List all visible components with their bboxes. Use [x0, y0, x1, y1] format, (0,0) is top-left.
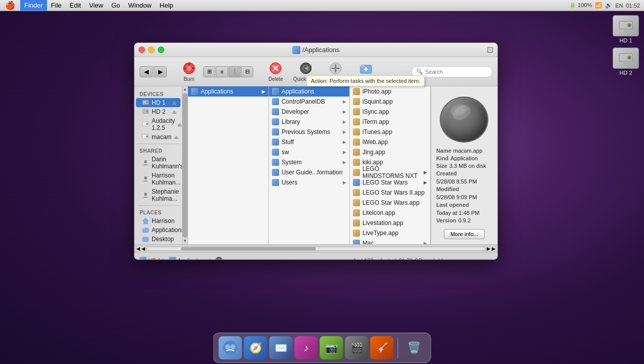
sidebar-scroll-down[interactable]: ▼: [183, 239, 187, 243]
col1-applications[interactable]: Applications ▶: [188, 86, 268, 97]
sidebar-item-stephanie[interactable]: Stephanie Kuhlma...: [136, 187, 180, 203]
col2-previous-systems[interactable]: Previous Systems ▶: [269, 127, 349, 137]
col3-livestation[interactable]: Livestation.app: [350, 218, 430, 228]
col2-developer[interactable]: Developer ▶: [269, 107, 349, 117]
sidebar-item-macam[interactable]: macam ⏏: [136, 132, 180, 142]
macam-eject[interactable]: ⏏: [174, 134, 178, 140]
menubar-input: EN: [615, 3, 623, 9]
svg-rect-21: [360, 65, 364, 67]
dock-mail[interactable]: ✉️: [269, 336, 293, 359]
maximize-button[interactable]: [158, 47, 164, 53]
hd2-eject[interactable]: ⏏: [172, 109, 176, 115]
sidebar-scroll-thumb[interactable]: [182, 93, 188, 238]
col3-lego-star-wars-app[interactable]: LEGO Star Wars.app: [350, 198, 430, 208]
col2-stuff[interactable]: Stuff ▶: [269, 137, 349, 147]
col2-sw-icon: [272, 149, 279, 156]
col3-litelcon[interactable]: Litelcon.app: [350, 208, 430, 218]
dock-safari[interactable]: 🧭: [244, 336, 267, 359]
forward-button[interactable]: ▶: [154, 66, 167, 77]
sidebar-item-harrison[interactable]: Harrison: [136, 216, 180, 225]
breadcrumb-macam[interactable]: macam.app: [215, 257, 253, 260]
list-view-btn[interactable]: ≡: [216, 66, 228, 77]
sidebar-item-harrison-shared[interactable]: Harrison Kuhlman...: [136, 171, 180, 187]
sidebar-item-applications-places[interactable]: Applications: [136, 225, 180, 235]
col2-userguide[interactable]: User Guide...formation: [269, 167, 349, 177]
col3-isquint[interactable]: iSquint.app: [350, 97, 430, 107]
hscroll-thumb[interactable]: [181, 247, 316, 250]
hscroll-track: [147, 247, 485, 251]
col3-jing[interactable]: Jing.app: [350, 147, 430, 157]
col3-isync[interactable]: iSync.app: [350, 107, 430, 117]
col2-library[interactable]: Library ▶: [269, 117, 349, 127]
col2-users[interactable]: Users ▶: [269, 177, 349, 188]
delete-button[interactable]: Delete: [265, 60, 286, 83]
col3-iweb[interactable]: iWeb.app: [350, 137, 430, 147]
sidebar-scroll-up[interactable]: ▲: [183, 87, 187, 92]
column-view-btn[interactable]: ⋮: [228, 66, 241, 77]
hd1-icon[interactable]: HD 1: [613, 15, 639, 43]
hscroll-left2[interactable]: ◀: [142, 246, 145, 251]
audacity-eject[interactable]: ⏏: [177, 122, 182, 127]
col2-sw-label: sw: [282, 149, 289, 156]
col2-controlpanel[interactable]: ControlPanelDB ▶: [269, 97, 349, 107]
hd1-eject[interactable]: ⏏: [172, 100, 176, 106]
more-info-button[interactable]: More info...: [444, 229, 485, 239]
col3-iphoto[interactable]: iPhoto.app: [350, 86, 430, 97]
breadcrumb-applications-label: Applications: [177, 257, 207, 260]
col3-itunes[interactable]: iTunes.app: [350, 127, 430, 137]
darin-icon: [142, 159, 149, 166]
svg-rect-25: [143, 104, 149, 105]
apple-menu[interactable]: 🍎: [0, 1, 20, 10]
col2-sw[interactable]: sw ▶: [269, 147, 349, 157]
sidebar-item-documents[interactable]: Documents: [136, 244, 180, 244]
content-area: DEVICES HD 1 ⏏ HD 2 ⏏ Audacity 1.2.: [134, 86, 497, 244]
breadcrumb-hd1[interactable]: HD 1: [140, 257, 161, 260]
close-button[interactable]: [139, 47, 145, 53]
window-title: /Applications: [292, 46, 340, 54]
col3-lego-star-wars-ii[interactable]: LEGO Star Wars II.app: [350, 188, 430, 198]
sidebar-item-desktop[interactable]: Desktop: [136, 235, 180, 244]
coverflow-view-btn[interactable]: ⊟: [241, 66, 253, 77]
harrison-icon: [142, 217, 149, 224]
search-input[interactable]: [425, 69, 488, 75]
menubar-edit[interactable]: Edit: [66, 0, 85, 11]
col2-applications[interactable]: Applications: [269, 86, 349, 97]
menubar-view[interactable]: View: [85, 0, 107, 11]
col3-livetype[interactable]: LiveType.app: [350, 228, 430, 238]
icon-view-btn[interactable]: ⊞: [203, 66, 215, 77]
hscroll-right2[interactable]: ▶: [492, 246, 495, 251]
col2-sw-chevron: ▶: [343, 150, 346, 155]
col3-livestation-label: Livestation.app: [362, 219, 403, 226]
sidebar-item-hd2[interactable]: HD 2 ⏏: [136, 107, 180, 116]
menubar-finder[interactable]: Finder: [20, 0, 47, 11]
hscroll-left[interactable]: ◀: [136, 246, 140, 251]
menubar-file[interactable]: File: [47, 0, 66, 11]
menubar-help[interactable]: Help: [156, 0, 177, 11]
sidebar-item-audacity[interactable]: Audacity 1.2.5 ⏏: [136, 116, 180, 132]
dock-finder[interactable]: [219, 336, 242, 359]
dock-imovie[interactable]: 🎬: [345, 336, 369, 359]
hscroll-right[interactable]: ▶: [487, 246, 490, 251]
dock-itunes[interactable]: ♪: [295, 336, 318, 359]
dock-garageband[interactable]: 🎸: [371, 336, 394, 359]
breadcrumb-applications[interactable]: Applications: [169, 257, 207, 260]
desktop-icon: [142, 236, 149, 243]
menubar-window[interactable]: Window: [124, 0, 156, 11]
burn-button[interactable]: Burn: [179, 60, 199, 83]
sidebar-item-darin[interactable]: Darin Kuhlmann's...: [136, 155, 180, 171]
dock-trash[interactable]: 🗑️: [402, 336, 426, 359]
sidebar-item-hd1[interactable]: HD 1 ⏏: [136, 98, 180, 107]
svg-point-31: [146, 123, 148, 125]
col2-userguide-icon: [272, 169, 279, 176]
back-button[interactable]: ◀: [140, 66, 153, 77]
hd2-icon[interactable]: HD 2: [613, 48, 639, 76]
col3-mac[interactable]: Mac ▶: [350, 238, 430, 244]
resize-handle[interactable]: ⊡: [487, 45, 493, 55]
menubar-go[interactable]: Go: [107, 0, 124, 11]
minimize-button[interactable]: [148, 47, 155, 53]
col3-iterm[interactable]: iTerm.app: [350, 117, 430, 127]
col3-lego-mindstorms[interactable]: LEGO MINDSTORMS NXT ▶: [350, 167, 430, 177]
dock-iphoto[interactable]: 📷: [320, 336, 343, 359]
window-resize-corner[interactable]: ◢: [486, 257, 492, 260]
col2-system[interactable]: System ▶: [269, 157, 349, 167]
